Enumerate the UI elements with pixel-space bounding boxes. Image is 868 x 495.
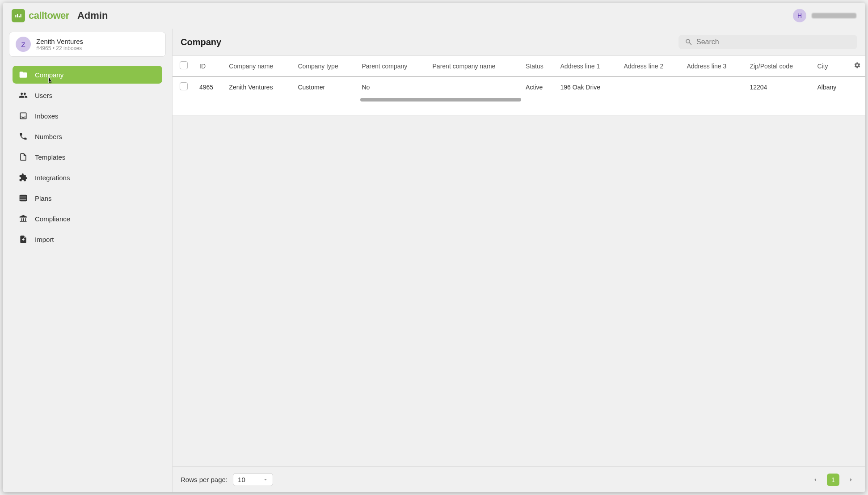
sidebar-item-inboxes[interactable]: Inboxes xyxy=(13,107,162,125)
section-label: Admin xyxy=(77,10,108,21)
prev-page-button[interactable] xyxy=(809,474,822,486)
col-zip[interactable]: Zip/Postal code xyxy=(745,56,813,76)
extension-icon xyxy=(19,173,28,182)
rows-per-page-label: Rows per page: xyxy=(181,476,228,483)
sidebar: Z Zenith Ventures #4965 • 22 inboxes Com… xyxy=(3,29,172,492)
cell-city: Albany xyxy=(813,76,849,97)
cell-id: 4965 xyxy=(195,76,224,97)
sidebar-item-compliance[interactable]: Compliance xyxy=(13,210,162,228)
col-city[interactable]: City xyxy=(813,56,849,76)
cell-address1: 196 Oak Drive xyxy=(556,76,619,97)
next-page-button[interactable] xyxy=(845,474,857,486)
cell-address2 xyxy=(619,76,682,97)
company-avatar: Z xyxy=(16,37,31,52)
cell-company-type: Customer xyxy=(293,76,357,97)
sidebar-nav: Company Users Inboxes Numbers Templates xyxy=(9,63,166,251)
inbox-icon xyxy=(19,111,28,120)
col-company-type[interactable]: Company type xyxy=(293,56,357,76)
search-input[interactable] xyxy=(696,38,851,46)
folder-icon xyxy=(19,70,28,79)
chevron-down-icon xyxy=(263,477,268,482)
sidebar-item-company[interactable]: Company xyxy=(13,66,162,84)
page-title: Company xyxy=(181,37,221,47)
page-number-current[interactable]: 1 xyxy=(827,474,839,486)
col-address2[interactable]: Address line 2 xyxy=(619,56,682,76)
import-icon xyxy=(19,235,28,244)
search-icon xyxy=(685,38,693,46)
bank-icon xyxy=(19,214,28,223)
sidebar-item-label: Users xyxy=(35,92,52,99)
sidebar-item-numbers[interactable]: Numbers xyxy=(13,127,162,145)
sidebar-item-label: Inboxes xyxy=(35,112,59,120)
rows-per-page-select[interactable]: 10 xyxy=(233,473,273,486)
user-name-redacted xyxy=(812,13,856,18)
user-avatar[interactable]: H xyxy=(793,9,806,22)
table-row[interactable]: 4965 Zenith Ventures Customer No Active … xyxy=(173,76,865,97)
col-address3[interactable]: Address line 3 xyxy=(682,56,745,76)
col-status[interactable]: Status xyxy=(521,56,556,76)
row-checkbox[interactable] xyxy=(180,82,188,90)
sidebar-item-label: Compliance xyxy=(35,215,70,223)
cell-zip: 12204 xyxy=(745,76,813,97)
sidebar-item-label: Company xyxy=(35,71,63,79)
table-footer: Rows per page: 10 1 xyxy=(173,466,865,492)
rows-per-page-value: 10 xyxy=(238,476,245,483)
file-icon xyxy=(19,152,28,161)
company-table: ID Company name Company type Parent comp… xyxy=(173,55,865,115)
sidebar-item-label: Numbers xyxy=(35,133,62,140)
list-icon xyxy=(19,194,28,203)
sidebar-item-import[interactable]: Import xyxy=(13,230,162,248)
logo-icon xyxy=(12,9,25,22)
col-parent-company-name[interactable]: Parent company name xyxy=(428,56,522,76)
select-all-checkbox[interactable] xyxy=(180,61,188,69)
phone-icon xyxy=(19,132,28,141)
col-id[interactable]: ID xyxy=(195,56,224,76)
sidebar-item-label: Plans xyxy=(35,195,52,202)
cell-company-name: Zenith Ventures xyxy=(224,76,293,97)
col-company-name[interactable]: Company name xyxy=(224,56,293,76)
company-name: Zenith Ventures xyxy=(36,38,83,45)
table-settings-button[interactable] xyxy=(849,56,865,76)
search-box[interactable] xyxy=(678,35,857,49)
col-parent-company[interactable]: Parent company xyxy=(357,56,428,76)
main-content: Company ID Company name Company type xyxy=(172,29,865,492)
cell-parent-company: No xyxy=(357,76,428,97)
sidebar-item-integrations[interactable]: Integrations xyxy=(13,169,162,186)
company-card[interactable]: Z Zenith Ventures #4965 • 22 inboxes xyxy=(9,32,166,57)
horizontal-scrollbar[interactable] xyxy=(360,98,521,102)
sidebar-item-label: Import xyxy=(35,236,54,243)
sidebar-item-plans[interactable]: Plans xyxy=(13,189,162,207)
cell-address3 xyxy=(682,76,745,97)
top-header: calltower Admin H xyxy=(3,3,865,29)
col-address1[interactable]: Address line 1 xyxy=(556,56,619,76)
sidebar-item-users[interactable]: Users xyxy=(13,86,162,104)
brand-logo[interactable]: calltower xyxy=(12,9,69,22)
cell-parent-company-name xyxy=(428,76,522,97)
brand-name: calltower xyxy=(29,10,69,21)
page-header: Company xyxy=(173,29,865,55)
sidebar-item-templates[interactable]: Templates xyxy=(13,148,162,166)
pagination: 1 xyxy=(809,474,857,486)
sidebar-item-label: Integrations xyxy=(35,174,70,182)
cell-status: Active xyxy=(521,76,556,97)
company-meta: #4965 • 22 inboxes xyxy=(36,45,83,51)
sidebar-item-label: Templates xyxy=(35,153,65,161)
users-icon xyxy=(19,91,28,100)
